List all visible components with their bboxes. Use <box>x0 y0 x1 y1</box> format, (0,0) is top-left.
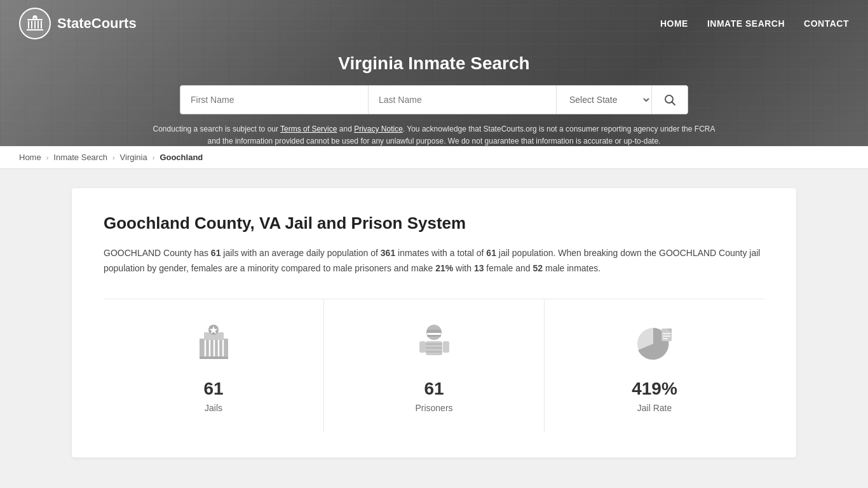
jail-rate-label: Jail Rate <box>637 403 672 413</box>
svg-rect-3 <box>31 21 32 29</box>
svg-rect-2 <box>28 21 29 29</box>
privacy-link[interactable]: Privacy Notice <box>354 125 403 133</box>
terms-link[interactable]: Terms of Service <box>280 125 337 133</box>
nav-links: HOME INMATE SEARCH CONTACT <box>660 18 849 29</box>
logo-icon <box>19 8 51 39</box>
breadcrumb-current: Goochland <box>159 152 203 162</box>
courthouse-icon <box>25 14 44 33</box>
page-title: Goochland County, VA Jail and Prison Sys… <box>104 214 764 233</box>
jails-count: 61 <box>211 248 221 258</box>
svg-line-12 <box>672 102 675 105</box>
nav-inmate-search[interactable]: INMATE SEARCH <box>707 18 785 29</box>
male-count: 52 <box>533 263 543 273</box>
breadcrumb-sep-2: › <box>112 154 115 161</box>
svg-rect-6 <box>41 21 42 29</box>
svg-rect-25 <box>427 333 441 335</box>
content-card: Goochland County, VA Jail and Prison Sys… <box>72 188 796 458</box>
jail-rate-number: 419% <box>632 379 677 399</box>
navbar: StateCourts HOME INMATE SEARCH CONTACT <box>0 0 868 47</box>
breadcrumb-home[interactable]: Home <box>19 152 41 162</box>
svg-rect-26 <box>427 335 441 337</box>
search-bar: Select State Virginia California Texas <box>180 85 688 114</box>
nav-contact[interactable]: CONTACT <box>804 18 849 29</box>
svg-rect-31 <box>419 341 426 353</box>
stat-jails: 61 Jails <box>104 299 324 432</box>
jails-label: Jails <box>205 403 222 413</box>
female-count: 13 <box>474 263 484 273</box>
logo-text: StateCourts <box>57 15 137 32</box>
svg-rect-30 <box>426 351 442 353</box>
avg-pop: 361 <box>381 248 395 258</box>
svg-rect-28 <box>426 343 442 345</box>
stat-prisoners: 61 Prisoners <box>324 299 545 432</box>
svg-rect-29 <box>426 347 442 349</box>
search-button[interactable] <box>652 86 688 114</box>
jail-rate-icon <box>629 318 680 369</box>
breadcrumb-inmate-search[interactable]: Inmate Search <box>53 152 107 162</box>
search-icon <box>663 93 676 106</box>
search-section: Virginia Inmate Search Select State Virg… <box>0 47 868 146</box>
header: StateCourts HOME INMATE SEARCH CONTACT V… <box>0 0 868 146</box>
last-name-input[interactable] <box>369 86 557 114</box>
logo[interactable]: StateCourts <box>19 8 137 39</box>
prisoners-icon <box>409 318 459 369</box>
building-icon <box>190 320 238 367</box>
main-content: Goochland County, VA Jail and Prison Sys… <box>59 188 809 458</box>
jails-icon <box>188 318 239 369</box>
svg-rect-24 <box>427 330 441 333</box>
stats-row: 61 Jails <box>104 299 764 432</box>
nav-home[interactable]: HOME <box>660 18 688 29</box>
description: GOOCHLAND County has 61 jails with an av… <box>104 246 764 276</box>
search-title: Virginia Inmate Search <box>13 53 855 74</box>
disclaimer: Conducting a search is subject to our Te… <box>148 123 720 146</box>
breadcrumb-sep-3: › <box>153 154 155 161</box>
breadcrumb-sep-1: › <box>46 154 49 161</box>
breadcrumb: Home › Inmate Search › Virginia › Goochl… <box>0 146 868 169</box>
pie-chart-icon <box>631 320 679 367</box>
svg-rect-5 <box>37 21 39 29</box>
prisoner-icon <box>410 320 458 367</box>
svg-rect-7 <box>27 29 43 30</box>
prisoners-label: Prisoners <box>415 403 452 413</box>
svg-rect-4 <box>34 21 36 29</box>
prisoners-number: 61 <box>424 379 444 399</box>
state-select[interactable]: Select State Virginia California Texas <box>557 86 652 114</box>
female-pct: 21% <box>435 263 453 273</box>
total-pop: 61 <box>486 248 496 258</box>
breadcrumb-state[interactable]: Virginia <box>120 152 147 162</box>
stat-jail-rate: 419% Jail Rate <box>545 299 764 432</box>
svg-rect-22 <box>200 356 228 359</box>
svg-rect-32 <box>443 341 449 353</box>
first-name-input[interactable] <box>180 86 369 114</box>
jails-number: 61 <box>203 379 223 399</box>
